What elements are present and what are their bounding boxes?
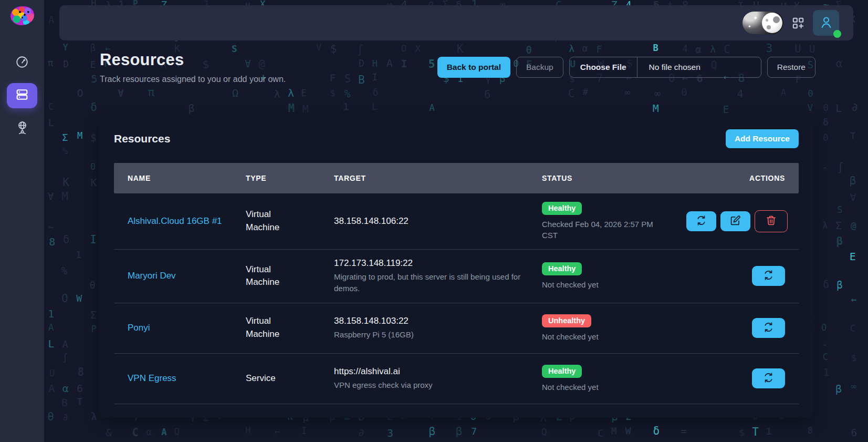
panel-title: Resources — [114, 132, 170, 145]
table-row: Alshival.Cloud 16GB #1 Virtual Machine 3… — [114, 193, 799, 250]
gauge-icon — [15, 55, 29, 71]
status-badge: Healthy — [542, 365, 582, 378]
sidebar-nav — [7, 50, 37, 141]
trash-icon — [766, 215, 777, 228]
resource-target: 38.158.148.106:22 — [334, 216, 542, 227]
status-badge: Healthy — [542, 202, 582, 215]
resource-target: 38.158.148.103:22 — [334, 316, 542, 326]
add-resource-button[interactable]: Add Resource — [726, 129, 799, 148]
status-badge: Healthy — [542, 262, 582, 275]
status-note: Not checked yet — [542, 331, 668, 342]
column-type: TYPE — [246, 174, 334, 182]
resources-panel: Resources Add Resource NAME TYPE TARGET … — [99, 115, 814, 418]
globe-network-icon — [15, 120, 29, 137]
column-status: STATUS — [542, 174, 686, 182]
column-name: NAME — [128, 174, 246, 182]
sidebar-item-network[interactable] — [7, 116, 37, 141]
column-target: TARGET — [334, 174, 542, 182]
refresh-button[interactable] — [752, 318, 785, 338]
resource-target-note: Migrating to prod, but this server is st… — [334, 271, 534, 294]
backup-button[interactable]: Backup — [516, 57, 563, 78]
presence-status-dot — [833, 30, 841, 38]
edit-icon — [730, 215, 741, 228]
resource-link[interactable]: Ponyi — [128, 322, 150, 335]
resource-target: 172.173.148.119:22 — [334, 258, 542, 269]
resource-link[interactable]: VPN Egress — [128, 372, 176, 385]
app-logo[interactable] — [11, 6, 34, 25]
user-icon — [819, 15, 833, 31]
sidebar-item-resources[interactable] — [7, 83, 37, 108]
refresh-icon — [696, 215, 707, 228]
refresh-icon — [763, 270, 774, 282]
server-icon — [15, 87, 29, 104]
star-icon: ✦ — [748, 24, 751, 29]
resource-type: Virtual Machine — [246, 208, 305, 234]
page-actions: Back to portal Backup Choose File No fil… — [437, 57, 815, 78]
table-row: VPN Egress Service https://alshival.ai V… — [114, 354, 799, 404]
grid-plus-icon[interactable] — [791, 16, 805, 30]
status-note: Not checked yet — [542, 279, 668, 290]
user-menu-button[interactable] — [813, 10, 839, 36]
sidebar-item-dashboard[interactable] — [7, 50, 37, 76]
choose-file-button[interactable]: Choose File — [570, 57, 637, 77]
page-title: Resources — [100, 50, 286, 69]
edit-button[interactable] — [720, 211, 750, 231]
resource-target: https://alshival.ai — [334, 366, 542, 377]
delete-button[interactable] — [755, 210, 788, 232]
resource-type: Virtual Machine — [246, 263, 305, 289]
topbar: ✦ ✦ — [59, 5, 853, 40]
moon-icon — [762, 13, 782, 33]
status-note: Checked Feb 04, 2026 2:57 PM CST — [542, 219, 668, 241]
status-note: Not checked yet — [542, 382, 668, 393]
resource-link[interactable]: Maryori Dev — [128, 270, 176, 283]
table-row: Maryori Dev Virtual Machine 172.173.148.… — [114, 250, 799, 303]
resource-type: Virtual Machine — [246, 315, 305, 341]
resource-type: Service — [246, 372, 305, 385]
restore-button[interactable]: Restore — [767, 57, 815, 78]
column-actions: ACTIONS — [686, 174, 785, 182]
resource-target-note: Raspberry Pi 5 (16GB) — [334, 329, 534, 341]
refresh-icon — [763, 372, 774, 385]
star-icon: ✦ — [753, 15, 758, 22]
back-to-portal-button[interactable]: Back to portal — [437, 57, 510, 78]
table-row: Ponyi Virtual Machine 38.158.148.103:22 … — [114, 303, 799, 354]
restore-file-input[interactable]: Choose File No file chosen — [569, 57, 761, 78]
status-badge: Unhealthy — [542, 314, 591, 327]
resource-link[interactable]: Alshival.Cloud 16GB #1 — [128, 215, 222, 228]
resource-target-note: VPN egress check via proxy — [334, 379, 534, 391]
file-chosen-status: No file chosen — [637, 63, 712, 72]
refresh-icon — [763, 322, 774, 334]
sidebar — [0, 0, 44, 442]
page-header: Resources Track resources assigned to yo… — [100, 50, 815, 84]
table-header: NAME TYPE TARGET STATUS ACTIONS — [114, 163, 799, 193]
refresh-button[interactable] — [686, 211, 716, 231]
page-subtitle: Track resources assigned to you or add y… — [100, 75, 286, 84]
moon-toggle[interactable]: ✦ ✦ — [742, 12, 783, 34]
refresh-button[interactable] — [752, 266, 785, 286]
refresh-button[interactable] — [752, 368, 785, 388]
